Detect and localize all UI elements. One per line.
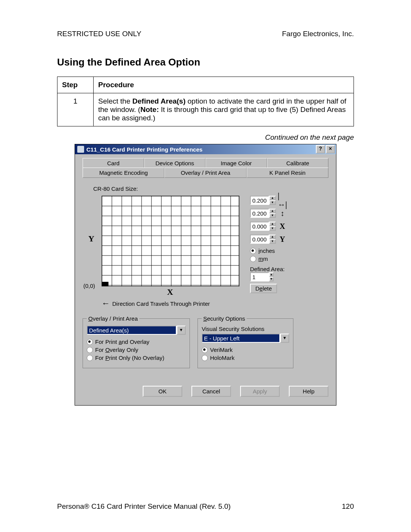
preferences-dialog: C11_C16 Card Printer Printing Preference… bbox=[75, 144, 336, 406]
card-grid[interactable] bbox=[102, 196, 239, 286]
radio-dot-icon bbox=[202, 355, 208, 361]
units-mm[interactable]: mm bbox=[250, 256, 287, 262]
help-button[interactable]: ? bbox=[316, 145, 325, 153]
radio-print-and-overlay[interactable]: For Print and Overlay bbox=[87, 339, 186, 345]
origin-label: (0,0) bbox=[83, 283, 95, 289]
ok-button[interactable]: OK bbox=[143, 386, 182, 397]
chevron-down-icon[interactable]: ▼ bbox=[280, 334, 289, 343]
width-input[interactable] bbox=[250, 196, 269, 205]
tab-image-color[interactable]: Image Color bbox=[206, 158, 267, 168]
footer-page-number: 120 bbox=[342, 502, 354, 511]
titlebar[interactable]: C11_C16 Card Printer Printing Preference… bbox=[75, 144, 336, 154]
x-down[interactable]: ▼ bbox=[269, 226, 276, 231]
defined-area-label: Defined Area: bbox=[250, 266, 287, 272]
defined-area-up[interactable]: ▲ bbox=[269, 272, 274, 277]
app-icon bbox=[77, 146, 84, 153]
defined-area-input[interactable] bbox=[250, 272, 269, 281]
tab-k-panel-resin[interactable]: K Panel Resin bbox=[247, 168, 328, 178]
header-right: Fargo Electronics, Inc. bbox=[282, 30, 354, 38]
tab-card[interactable]: Card bbox=[83, 158, 144, 168]
col-procedure: Procedure bbox=[94, 77, 354, 93]
security-options-group: Security Options Visual Security Solutio… bbox=[198, 315, 293, 368]
width-icon: |↔| bbox=[278, 196, 287, 204]
tab-device-options[interactable]: Device Options bbox=[144, 158, 206, 168]
continued-note: Continued on the next page bbox=[57, 133, 354, 142]
security-legend: Security Options bbox=[202, 315, 247, 322]
overlay-print-area-group: Overlay / Print Area Defined Area(s) ▼ F… bbox=[83, 315, 190, 368]
vss-label: Visual Security Solutions bbox=[202, 326, 289, 332]
height-down[interactable]: ▼ bbox=[269, 213, 276, 218]
tab-calibrate[interactable]: Calibrate bbox=[267, 158, 329, 168]
radio-verimark[interactable]: VeriMark bbox=[202, 347, 289, 353]
radio-dot-icon bbox=[87, 339, 93, 345]
tab-strip: Card Device Options Image Color Calibrat… bbox=[83, 158, 328, 178]
chevron-down-icon[interactable]: ▼ bbox=[177, 326, 186, 335]
x-input[interactable] bbox=[250, 222, 269, 231]
radio-overlay-only[interactable]: For Overlay Only bbox=[87, 347, 186, 353]
grid-lines-icon bbox=[102, 196, 239, 286]
step-procedure: Select the Defined Area(s) option to act… bbox=[94, 93, 354, 126]
tab-overlay-print-area[interactable]: Overlay / Print Area bbox=[164, 168, 246, 178]
defined-area-marker[interactable] bbox=[102, 282, 108, 286]
section-heading: Using the Defined Area Option bbox=[57, 56, 354, 68]
delete-button[interactable]: Delete bbox=[250, 284, 277, 293]
vss-combo[interactable]: E - Upper Left ▼ bbox=[202, 334, 289, 343]
units-inches[interactable]: inches bbox=[250, 248, 287, 254]
radio-dot-icon bbox=[250, 256, 256, 262]
x-up[interactable]: ▲ bbox=[269, 222, 276, 226]
procedure-table: Step Procedure 1 Select the Defined Area… bbox=[57, 77, 354, 126]
x-axis-label: X bbox=[102, 287, 239, 297]
x-dim-icon: X bbox=[278, 222, 287, 230]
radio-holomark[interactable]: HoloMark bbox=[202, 355, 289, 361]
height-input[interactable] bbox=[250, 209, 269, 218]
defined-area-down[interactable]: ▼ bbox=[269, 277, 274, 281]
radio-print-only[interactable]: For Print Only (No Overlay) bbox=[87, 355, 186, 361]
y-input[interactable] bbox=[250, 235, 269, 244]
radio-dot-icon bbox=[250, 248, 256, 254]
radio-dot-icon bbox=[202, 347, 208, 353]
overlay-legend: Overlay / Print Area bbox=[87, 315, 139, 322]
y-axis-label: Y bbox=[88, 234, 94, 244]
close-button[interactable]: × bbox=[326, 145, 335, 153]
step-number: 1 bbox=[57, 93, 94, 126]
apply-button[interactable]: Apply bbox=[240, 386, 280, 397]
y-dim-icon: Y bbox=[278, 235, 287, 243]
y-up[interactable]: ▲ bbox=[269, 235, 276, 239]
tab-magnetic-encoding[interactable]: Magnetic Encoding bbox=[83, 168, 164, 178]
cancel-button[interactable]: Cancel bbox=[191, 386, 231, 397]
header-left: RESTRICTED USE ONLY bbox=[57, 30, 141, 38]
width-down[interactable]: ▼ bbox=[269, 200, 276, 205]
radio-dot-icon bbox=[87, 347, 93, 353]
arrow-left-icon: ← bbox=[102, 299, 110, 308]
radio-dot-icon bbox=[87, 355, 93, 361]
footer-manual: Persona® C16 Card Printer Service Manual… bbox=[57, 502, 231, 511]
col-step: Step bbox=[57, 77, 94, 93]
y-down[interactable]: ▼ bbox=[269, 239, 276, 244]
height-icon: ↕ bbox=[278, 209, 287, 217]
width-up[interactable]: ▲ bbox=[269, 196, 276, 200]
height-up[interactable]: ▲ bbox=[269, 209, 276, 213]
overlay-mode-combo[interactable]: Defined Area(s) ▼ bbox=[87, 326, 186, 335]
window-title: C11_C16 Card Printer Printing Preference… bbox=[86, 146, 315, 153]
card-size-label: CR-80 Card Size: bbox=[93, 185, 328, 192]
help-button[interactable]: Help bbox=[289, 386, 328, 397]
direction-label: Direction Card Travels Through Printer bbox=[112, 300, 210, 307]
